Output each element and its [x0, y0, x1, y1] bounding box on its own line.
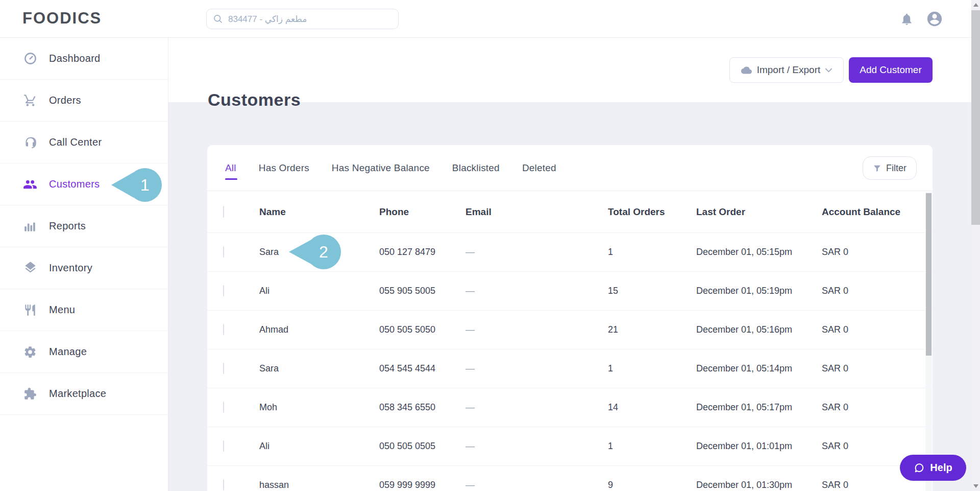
row-checkbox[interactable]: [223, 246, 224, 258]
bar-chart-icon: [22, 219, 38, 234]
annotation-badge-1-number: 1: [140, 176, 150, 194]
cell-balance: SAR 0: [822, 402, 933, 413]
import-export-button[interactable]: Import / Export: [729, 57, 844, 83]
cell-balance: SAR 0: [822, 286, 933, 296]
cell-name[interactable]: Moh: [259, 402, 379, 413]
cell-name[interactable]: Ali: [259, 286, 379, 296]
filter-button[interactable]: Filter: [863, 156, 917, 180]
search-input[interactable]: [228, 14, 392, 24]
cart-icon: [22, 93, 38, 108]
cell-total-orders: 1: [608, 247, 696, 258]
cell-total-orders: 15: [608, 286, 696, 296]
foodics-logo: FOODICS: [22, 9, 102, 28]
cell-total-orders: 14: [608, 402, 696, 413]
annotation-badge-1: 1: [107, 166, 165, 205]
page-scrollbar-thumb[interactable]: [971, 10, 980, 225]
sidebar-item-orders[interactable]: Orders: [0, 80, 168, 122]
search-icon: [213, 14, 223, 24]
cell-email: —: [465, 324, 608, 335]
global-search[interactable]: [206, 9, 399, 29]
row-checkbox[interactable]: [223, 285, 224, 296]
page-scrollbar[interactable]: [971, 0, 980, 491]
people-icon: [22, 177, 38, 192]
bell-icon[interactable]: [900, 12, 914, 26]
page-title: Customers: [208, 90, 301, 110]
cell-total-orders: 1: [608, 441, 696, 452]
cell-last-order: December 01, 05:17pm: [696, 402, 822, 413]
col-email: Email: [465, 206, 608, 218]
cell-last-order: December 01, 05:19pm: [696, 286, 822, 296]
cell-last-order: December 01, 01:01pm: [696, 441, 822, 452]
sidebar-item-label: Customers: [49, 178, 100, 190]
tab-deleted[interactable]: Deleted: [522, 162, 556, 174]
table-row[interactable]: Ali 055 905 5005 — 15 December 01, 05:19…: [207, 271, 933, 310]
chevron-down-icon: [825, 68, 832, 73]
avatar-icon[interactable]: [926, 10, 943, 28]
gauge-icon: [22, 51, 38, 66]
sidebar-item-dashboard[interactable]: Dashboard: [0, 38, 168, 80]
sidebar: Dashboard Orders Call Center Customers: [0, 38, 168, 491]
scroll-down-arrow[interactable]: [973, 484, 978, 488]
sidebar-item-reports[interactable]: Reports: [0, 205, 168, 247]
table-row[interactable]: Sara 054 545 4544 — 1 December 01, 05:14…: [207, 349, 933, 388]
sidebar-item-label: Marketplace: [49, 388, 106, 400]
sidebar-item-label: Dashboard: [49, 53, 101, 64]
cell-name[interactable]: Ali: [259, 441, 379, 452]
table-scrollbar-thumb[interactable]: [926, 193, 932, 356]
tab-has-orders[interactable]: Has Orders: [259, 162, 309, 174]
tab-all[interactable]: All: [225, 162, 236, 174]
cell-last-order: December 01, 05:15pm: [696, 247, 822, 258]
cell-email: —: [465, 441, 608, 452]
table-row[interactable]: hassan 059 999 9999 — 9 December 01, 01:…: [207, 465, 933, 491]
sidebar-item-manage[interactable]: Manage: [0, 331, 168, 373]
col-last-order: Last Order: [696, 206, 822, 218]
cell-last-order: December 01, 05:14pm: [696, 363, 822, 374]
cell-phone: 059 999 9999: [379, 480, 465, 490]
cell-phone: 050 505 0505: [379, 441, 465, 452]
add-customer-button[interactable]: Add Customer: [849, 57, 933, 83]
cell-phone: 055 905 5005: [379, 286, 465, 296]
col-phone: Phone: [379, 206, 465, 218]
sidebar-item-label: Inventory: [49, 262, 92, 274]
tab-has-negative-balance[interactable]: Has Negative Balance: [332, 162, 430, 174]
cell-total-orders: 21: [608, 324, 696, 335]
cell-balance: SAR 0: [822, 480, 933, 490]
cell-name[interactable]: Ahmad: [259, 324, 379, 335]
row-checkbox[interactable]: [223, 440, 224, 452]
select-all-checkbox[interactable]: [223, 206, 224, 218]
annotation-badge-2: 2: [286, 232, 344, 272]
sidebar-item-marketplace[interactable]: Marketplace: [0, 373, 168, 415]
help-button[interactable]: Help: [900, 455, 966, 481]
table-row[interactable]: Ali 050 505 0505 — 1 December 01, 01:01p…: [207, 427, 933, 465]
scroll-up-arrow[interactable]: [973, 3, 978, 7]
cell-phone: 050 127 8479: [379, 247, 465, 258]
cutlery-icon: [22, 302, 38, 318]
col-name: Name: [259, 206, 379, 218]
table-header: Name Phone Email Total Orders Last Order…: [207, 191, 933, 232]
table-row[interactable]: Ahmad 050 505 5050 — 21 December 01, 05:…: [207, 310, 933, 349]
cell-name[interactable]: Sara: [259, 363, 379, 374]
sidebar-item-inventory[interactable]: Inventory: [0, 247, 168, 289]
sidebar-item-menu[interactable]: Menu: [0, 289, 168, 331]
cell-last-order: December 01, 05:16pm: [696, 324, 822, 335]
row-checkbox[interactable]: [223, 363, 224, 374]
tab-blacklisted[interactable]: Blacklisted: [452, 162, 500, 174]
cell-phone: 054 545 4544: [379, 363, 465, 374]
sidebar-item-label: Orders: [49, 95, 81, 106]
cell-name[interactable]: hassan: [259, 480, 379, 490]
cell-total-orders: 9: [608, 480, 696, 490]
row-checkbox[interactable]: [223, 324, 224, 335]
cloud-icon: [741, 66, 752, 74]
row-checkbox[interactable]: [223, 479, 224, 490]
tabs-row: All Has Orders Has Negative Balance Blac…: [207, 145, 933, 191]
sidebar-item-call-center[interactable]: Call Center: [0, 122, 168, 163]
table-row[interactable]: Moh 058 345 6550 — 14 December 01, 05:17…: [207, 388, 933, 427]
gear-icon: [22, 344, 38, 360]
cell-email: —: [465, 402, 608, 413]
chat-bubble-icon: [914, 462, 925, 474]
cell-balance: SAR 0: [822, 324, 933, 335]
row-checkbox[interactable]: [223, 402, 224, 413]
cell-balance: SAR 0: [822, 441, 933, 452]
table-scrollbar[interactable]: [925, 192, 932, 491]
cell-email: —: [465, 247, 608, 258]
